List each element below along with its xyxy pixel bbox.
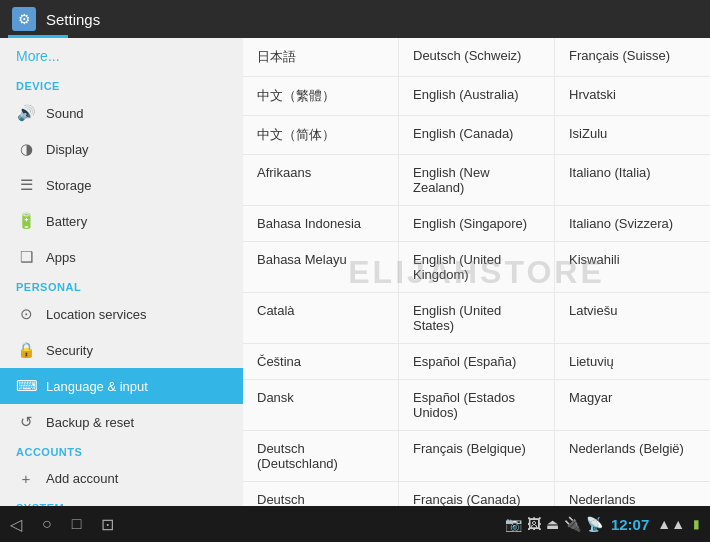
lang-row-4: Bahasa IndonesiaEnglish (Singapore)Itali…	[243, 206, 710, 242]
lang-cell-5-0[interactable]: Bahasa Melayu	[243, 242, 399, 292]
lang-cell-2-1[interactable]: English (Canada)	[399, 116, 555, 154]
language-panel: ELIJAHSTORE 日本語Deutsch (Schweiz)Français…	[243, 38, 710, 506]
lang-cell-10-1[interactable]: Français (Canada)	[399, 482, 555, 506]
sidebar-label-sound: Sound	[46, 106, 84, 121]
lang-cell-7-2[interactable]: Lietuvių	[555, 344, 710, 379]
lang-row-2: 中文（简体）English (Canada)IsiZulu	[243, 116, 710, 155]
signal-icon: 📡	[586, 516, 603, 532]
sidebar-label-backup: Backup & reset	[46, 415, 134, 430]
top-bar: ⚙ Settings	[0, 0, 710, 38]
battery-icon: 🔋	[16, 212, 36, 230]
lang-cell-6-1[interactable]: English (United States)	[399, 293, 555, 343]
lang-cell-8-0[interactable]: Dansk	[243, 380, 399, 430]
security-icon: 🔒	[16, 341, 36, 359]
wifi-icon: ▲▲	[657, 516, 685, 532]
sidebar-label-apps: Apps	[46, 250, 76, 265]
main-area: More... DEVICE🔊Sound◑Display☰Storage🔋Bat…	[0, 38, 710, 506]
lang-cell-1-0[interactable]: 中文（繁體）	[243, 77, 399, 115]
lang-cell-4-2[interactable]: Italiano (Svizzera)	[555, 206, 710, 241]
lang-cell-4-1[interactable]: English (Singapore)	[399, 206, 555, 241]
sound-icon: 🔊	[16, 104, 36, 122]
language-icon: ⌨	[16, 377, 36, 395]
lang-row-7: ČeštinaEspañol (España)Lietuvių	[243, 344, 710, 380]
more-button[interactable]: More...	[0, 38, 243, 74]
sidebar-item-location[interactable]: ⊙Location services	[0, 296, 243, 332]
recents-button[interactable]: □	[72, 515, 82, 533]
sidebar-item-add-account[interactable]: +Add account	[0, 461, 243, 496]
lang-row-8: DanskEspañol (Estados Unidos)Magyar	[243, 380, 710, 431]
lang-cell-8-2[interactable]: Magyar	[555, 380, 710, 430]
lang-cell-6-2[interactable]: Latviešu	[555, 293, 710, 343]
lang-row-9: Deutsch (Deutschland)Français (Belgique)…	[243, 431, 710, 482]
gallery-icon: 🖼	[527, 516, 541, 532]
screenshot-button[interactable]: ⊡	[101, 515, 114, 534]
sidebar-item-apps[interactable]: ❑Apps	[0, 239, 243, 275]
usb-icon: 🔌	[564, 516, 581, 532]
lang-cell-6-0[interactable]: Català	[243, 293, 399, 343]
lang-cell-3-1[interactable]: English (New Zealand)	[399, 155, 555, 205]
settings-icon: ⚙	[18, 11, 31, 27]
sidebar-item-display[interactable]: ◑Display	[0, 131, 243, 167]
sidebar-item-backup[interactable]: ↺Backup & reset	[0, 404, 243, 440]
sidebar-label-display: Display	[46, 142, 89, 157]
lang-cell-5-2[interactable]: Kiswahili	[555, 242, 710, 292]
lang-cell-0-0[interactable]: 日本語	[243, 38, 399, 76]
clock: 12:07	[611, 516, 649, 533]
language-rows: 日本語Deutsch (Schweiz)Français (Suisse)中文（…	[243, 38, 710, 506]
lang-row-0: 日本語Deutsch (Schweiz)Français (Suisse)	[243, 38, 710, 77]
backup-icon: ↺	[16, 413, 36, 431]
lang-row-10: Deutsch (Liechtenstein)Français (Canada)…	[243, 482, 710, 506]
lang-cell-3-2[interactable]: Italiano (Italia)	[555, 155, 710, 205]
lang-row-3: AfrikaansEnglish (New Zealand)Italiano (…	[243, 155, 710, 206]
apps-icon: ❑	[16, 248, 36, 266]
sidebar-label-add-account: Add account	[46, 471, 118, 486]
app-icon: ⚙	[12, 7, 36, 31]
lang-cell-2-2[interactable]: IsiZulu	[555, 116, 710, 154]
lang-cell-9-1[interactable]: Français (Belgique)	[399, 431, 555, 481]
home-button[interactable]: ○	[42, 515, 52, 533]
section-label-system: SYSTEM	[0, 496, 243, 506]
location-icon: ⊙	[16, 305, 36, 323]
lang-cell-1-2[interactable]: Hrvatski	[555, 77, 710, 115]
lang-cell-10-0[interactable]: Deutsch (Liechtenstein)	[243, 482, 399, 506]
camera-icon: 📷	[505, 516, 522, 532]
sidebar-label-location: Location services	[46, 307, 146, 322]
sidebar-item-sound[interactable]: 🔊Sound	[0, 95, 243, 131]
section-label-personal: PERSONAL	[0, 275, 243, 296]
tab-indicator	[8, 35, 68, 38]
status-icons: 📷 🖼 ⏏ 🔌 📡	[505, 516, 603, 532]
lang-cell-7-0[interactable]: Čeština	[243, 344, 399, 379]
sidebar-item-language[interactable]: ⌨Language & input	[0, 368, 243, 404]
sidebar: More... DEVICE🔊Sound◑Display☰Storage🔋Bat…	[0, 38, 243, 506]
battery-icon: ▮	[693, 517, 700, 531]
sidebar-item-security[interactable]: 🔒Security	[0, 332, 243, 368]
sidebar-label-language: Language & input	[46, 379, 148, 394]
lang-cell-10-2[interactable]: Nederlands (Nederland)	[555, 482, 710, 506]
sidebar-label-security: Security	[46, 343, 93, 358]
back-button[interactable]: ◁	[10, 515, 22, 534]
section-label-accounts: ACCOUNTS	[0, 440, 243, 461]
lang-cell-3-0[interactable]: Afrikaans	[243, 155, 399, 205]
lang-cell-7-1[interactable]: Español (España)	[399, 344, 555, 379]
add-account-icon: +	[16, 470, 36, 487]
status-bar: 📷 🖼 ⏏ 🔌 📡 12:07 ▲▲ ▮	[505, 516, 700, 533]
lang-cell-9-0[interactable]: Deutsch (Deutschland)	[243, 431, 399, 481]
lang-cell-4-0[interactable]: Bahasa Indonesia	[243, 206, 399, 241]
bottom-bar: ◁ ○ □ ⊡ 📷 🖼 ⏏ 🔌 📡 12:07 ▲▲ ▮	[0, 506, 710, 542]
section-label-device: DEVICE	[0, 74, 243, 95]
sidebar-item-storage[interactable]: ☰Storage	[0, 167, 243, 203]
eject-icon: ⏏	[546, 516, 559, 532]
sidebar-label-battery: Battery	[46, 214, 87, 229]
lang-cell-0-2[interactable]: Français (Suisse)	[555, 38, 710, 76]
lang-cell-1-1[interactable]: English (Australia)	[399, 77, 555, 115]
nav-buttons: ◁ ○ □ ⊡	[10, 515, 114, 534]
app-title: Settings	[46, 11, 100, 28]
sidebar-item-battery[interactable]: 🔋Battery	[0, 203, 243, 239]
lang-row-5: Bahasa MelayuEnglish (United Kingdom)Kis…	[243, 242, 710, 293]
sidebar-sections: DEVICE🔊Sound◑Display☰Storage🔋Battery❑App…	[0, 74, 243, 506]
lang-cell-2-0[interactable]: 中文（简体）	[243, 116, 399, 154]
lang-cell-8-1[interactable]: Español (Estados Unidos)	[399, 380, 555, 430]
lang-cell-5-1[interactable]: English (United Kingdom)	[399, 242, 555, 292]
lang-cell-0-1[interactable]: Deutsch (Schweiz)	[399, 38, 555, 76]
lang-cell-9-2[interactable]: Nederlands (België)	[555, 431, 710, 481]
